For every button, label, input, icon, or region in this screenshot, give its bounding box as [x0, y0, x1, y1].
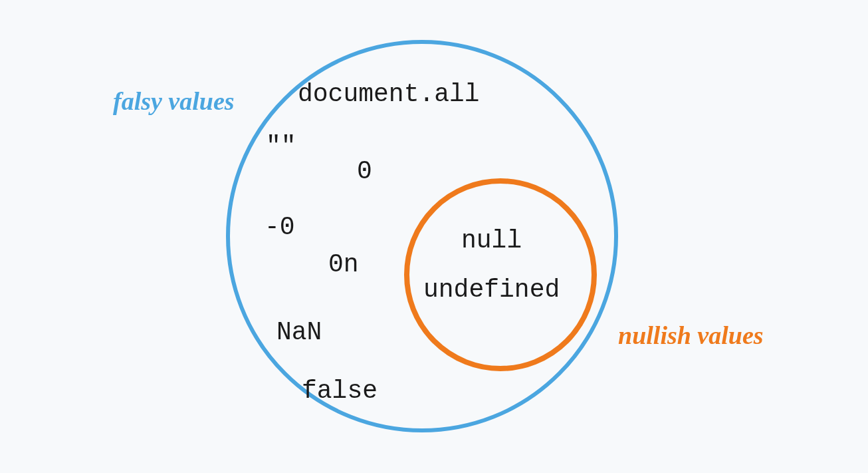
value-zero-bigint: 0n [328, 250, 359, 279]
value-empty-string: "" [266, 132, 296, 160]
nullish-label: nullish values [618, 321, 764, 350]
value-nan: NaN [276, 318, 322, 347]
value-undefined: undefined [423, 275, 560, 304]
falsy-label: falsy values [113, 86, 235, 116]
value-zero: 0 [357, 157, 372, 186]
nullish-circle [404, 178, 597, 371]
venn-diagram: falsy values nullish values document.all… [0, 0, 868, 473]
value-false: false [302, 377, 378, 405]
value-negative-zero: -0 [265, 213, 295, 241]
value-null: null [461, 226, 522, 255]
value-document-all: document.all [298, 80, 480, 108]
